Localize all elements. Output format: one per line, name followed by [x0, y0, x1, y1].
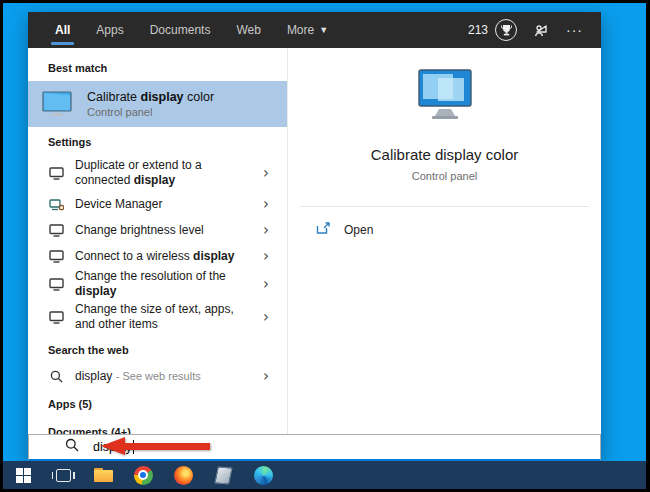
web-search-item[interactable]: display - See web results ›	[28, 363, 287, 389]
settings-item-wireless-display[interactable]: Connect to a wireless display ›	[28, 243, 287, 269]
chevron-right-icon: ›	[263, 221, 275, 239]
desktop-background: All Apps Documents Web More ▼ 213	[3, 3, 646, 489]
preview-title: Calibrate display color	[371, 146, 519, 163]
feedback-icon[interactable]	[533, 22, 550, 38]
open-label: Open	[344, 223, 373, 237]
preview-subtitle: Control panel	[412, 170, 477, 182]
search-tabs: All Apps Documents Web More ▼	[28, 12, 341, 48]
annotation-arrow	[101, 437, 211, 455]
best-match-item[interactable]: Calibrate display color Control panel	[28, 81, 287, 127]
settings-item-text-size[interactable]: Change the size of text, apps, and other…	[28, 299, 287, 335]
trophy-icon	[495, 19, 517, 41]
chrome-button[interactable]	[123, 461, 163, 489]
firefox-icon	[174, 466, 193, 485]
monitor-icon	[48, 167, 64, 180]
chevron-down-icon: ▼	[319, 25, 328, 35]
chevron-right-icon: ›	[263, 195, 275, 213]
chevron-right-icon: ›	[263, 164, 275, 182]
settings-header: Settings	[28, 127, 287, 155]
tab-all[interactable]: All	[42, 12, 83, 48]
rewards-points: 213	[468, 23, 488, 37]
display-monitor-large-icon	[412, 68, 478, 126]
windows-logo-icon	[16, 468, 31, 483]
monitor-icon	[48, 250, 64, 263]
firefox-button[interactable]	[163, 461, 203, 489]
preview-panel: Calibrate display color Control panel Op…	[287, 48, 601, 434]
settings-item-duplicate-extend[interactable]: Duplicate or extend to a connected displ…	[28, 155, 287, 191]
start-button[interactable]	[3, 461, 43, 489]
monitor-icon	[48, 224, 64, 237]
more-options-button[interactable]: ···	[566, 22, 583, 38]
screenshot-frame: All Apps Documents Web More ▼ 213	[0, 0, 650, 492]
edge-icon	[254, 466, 273, 485]
chevron-right-icon: ›	[263, 367, 275, 385]
rewards-counter[interactable]: 213	[468, 19, 517, 41]
search-icon	[65, 438, 79, 456]
apps-section-header[interactable]: Apps (5)	[28, 389, 287, 417]
see-web-results-label: - See web results	[116, 370, 201, 382]
search-web-header: Search the web	[28, 335, 287, 363]
open-action[interactable]: Open	[288, 207, 601, 239]
results-list: Best match Calibrate display color Contr	[28, 48, 287, 434]
tab-more[interactable]: More ▼	[274, 12, 341, 48]
tab-web[interactable]: Web	[223, 12, 273, 48]
best-match-header: Best match	[28, 53, 287, 81]
edge-button[interactable]	[243, 461, 283, 489]
display-monitor-icon	[40, 91, 74, 118]
best-match-title: Calibrate display color	[87, 90, 214, 104]
notepad-icon	[214, 466, 232, 484]
file-explorer-button[interactable]	[83, 461, 123, 489]
chevron-right-icon: ›	[263, 308, 275, 326]
settings-item-brightness[interactable]: Change brightness level ›	[28, 217, 287, 243]
tab-apps[interactable]: Apps	[83, 12, 136, 48]
settings-item-resolution[interactable]: Change the resolution of the display ›	[28, 269, 287, 299]
tab-documents[interactable]: Documents	[137, 12, 224, 48]
tab-more-label: More	[287, 23, 314, 37]
chrome-icon	[134, 466, 153, 485]
chevron-right-icon: ›	[263, 275, 275, 293]
arrow-tail	[124, 443, 210, 450]
notepad-button[interactable]	[203, 461, 243, 489]
best-match-subtitle: Control panel	[87, 106, 214, 118]
chevron-right-icon: ›	[263, 247, 275, 265]
monitor-icon	[48, 311, 64, 324]
monitor-icon	[48, 278, 64, 291]
taskbar	[3, 461, 646, 489]
task-view-button[interactable]	[43, 461, 83, 489]
settings-item-device-manager[interactable]: Device Manager ›	[28, 191, 287, 217]
search-header: All Apps Documents Web More ▼ 213	[28, 12, 601, 48]
device-manager-icon	[48, 198, 64, 211]
task-view-icon	[56, 469, 71, 482]
file-explorer-icon	[94, 468, 113, 482]
arrow-head	[101, 437, 125, 455]
search-icon	[48, 370, 64, 383]
open-icon	[316, 221, 331, 239]
start-search-panel: All Apps Documents Web More ▼ 213	[28, 12, 601, 461]
